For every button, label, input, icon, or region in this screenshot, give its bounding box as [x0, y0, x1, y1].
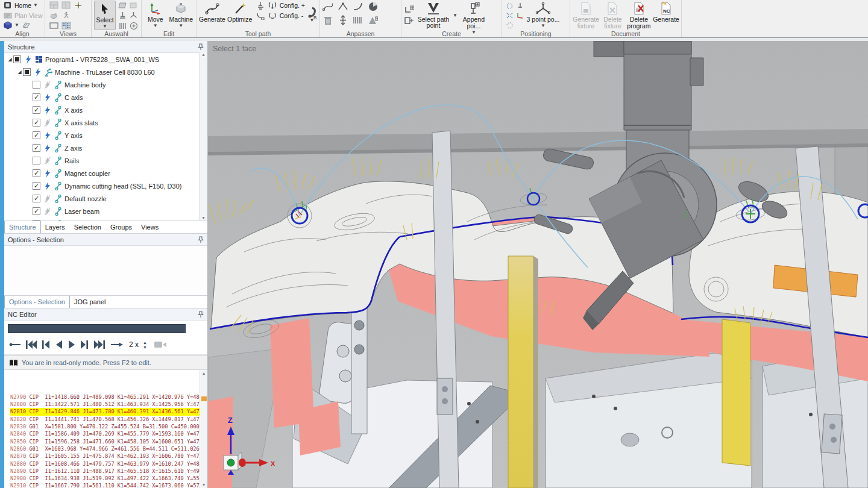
kinematics-active-icon[interactable] — [43, 131, 52, 140]
tab-selection[interactable]: Selection — [70, 221, 106, 233]
chevron-down-icon[interactable]: ▼ — [310, 19, 315, 22]
config-minus-button[interactable]: Config. - — [280, 12, 304, 19]
move-button[interactable]: Move ▼ — [144, 1, 167, 30]
edit-curve-icon[interactable] — [322, 2, 333, 11]
zoom-window-icon[interactable] — [49, 21, 59, 30]
nc-line[interactable]: N2900 CIP I1=1634.938 J1=519.092 K1=497.… — [10, 475, 207, 482]
tree-item-label[interactable]: Table — [64, 221, 80, 221]
sheet-view-icon[interactable] — [21, 21, 31, 30]
record-video-button[interactable] — [154, 337, 167, 352]
align-handles-icon[interactable] — [505, 1, 515, 10]
tree-item[interactable]: ✓Z axis — [4, 142, 207, 154]
tree-item[interactable]: ◢Program1 - VR75228__SWA_001_WS — [4, 53, 207, 66]
nc-line[interactable]: N2890 CIP I1=1612.110 J1=488.917 K1=465.… — [10, 468, 207, 475]
kinematics-active-icon[interactable] — [43, 220, 52, 221]
select-body-icon[interactable] — [128, 1, 139, 10]
tab-groups[interactable]: Groups — [106, 221, 137, 233]
nc-line[interactable]: N2850 CIP I1=1596.258 J1=471.660 K1=458.… — [10, 438, 207, 445]
kinematics-active-icon[interactable] — [43, 207, 52, 216]
viewport-3d[interactable]: Z x Select 1 face — [208, 41, 868, 488]
align-pin-icon[interactable] — [515, 1, 525, 10]
select-axis-icon[interactable] — [128, 11, 139, 20]
height-adjust-icon[interactable] — [338, 16, 348, 25]
visibility-checkbox[interactable]: ✓ — [33, 93, 40, 101]
arc-icon[interactable] — [353, 2, 363, 11]
kinematics-active-icon[interactable] — [43, 195, 52, 203]
clamp-plus-icon[interactable] — [268, 1, 278, 10]
pin-icon[interactable] — [198, 311, 204, 318]
machine-button[interactable]: Machine ▼ — [169, 1, 193, 30]
views-table-icon[interactable] — [61, 21, 71, 30]
visibility-checkbox[interactable]: ✓ — [33, 220, 40, 221]
tree-item-label[interactable]: Program1 - VR75228__SWA_001_WS — [45, 56, 159, 63]
tree-item-label[interactable]: Rails — [64, 157, 79, 164]
select-face-icon[interactable] — [118, 1, 128, 10]
generate-fixture-button[interactable]: Generate fixture — [573, 1, 599, 30]
slats-icon[interactable] — [353, 16, 363, 25]
play-forward-button[interactable] — [68, 337, 76, 352]
tree-item-label[interactable]: Z axis — [64, 145, 82, 152]
kinematics-active-icon[interactable] — [24, 55, 33, 64]
nc-line[interactable]: N2790 CIP I1=1418.660 J1=489.098 K1=465.… — [10, 393, 207, 401]
visibility-checkbox[interactable]: ✓ — [33, 182, 40, 190]
nc-line[interactable]: N2870 CIP I1=1605.155 J1=475.874 K1=462.… — [10, 452, 207, 460]
tree-item-label[interactable]: Default nozzle — [64, 195, 107, 202]
visibility-checkbox[interactable] — [33, 81, 40, 89]
nc-line[interactable]: N2910 CIP I1=1667.790 J1=561.110 K1=544.… — [10, 482, 207, 488]
tree-item-label[interactable]: Laser beam — [64, 208, 99, 215]
step-forward-button[interactable] — [80, 337, 89, 352]
nc-line[interactable]: N2860 G01 X=1603.968 Y=474.966 Z=461.556… — [10, 445, 207, 452]
generate-nc-button[interactable]: NC Generate — [653, 1, 679, 30]
clamp-minus-icon[interactable] — [268, 11, 278, 20]
tree-item[interactable]: ✓Default nozzle — [4, 192, 207, 205]
tree-item[interactable]: ✓X axis slats — [4, 116, 207, 129]
nc-line[interactable]: N2840 CIP I1=1586.409 J1=470.269 K1=455.… — [10, 430, 207, 437]
visibility-checkbox[interactable] — [23, 68, 31, 76]
scroll-down-icon[interactable]: ▼ — [201, 216, 206, 220]
pie-icon[interactable] — [368, 2, 378, 11]
tree-item[interactable]: ✓X axis — [4, 104, 207, 116]
tab-layers[interactable]: Layers — [41, 221, 70, 233]
tree-item-label[interactable]: C axis — [64, 94, 83, 101]
tree-item-label[interactable]: X axis slats — [64, 119, 98, 127]
cone-add-icon[interactable] — [368, 16, 378, 25]
plan-view-button[interactable]: Plan View — [2, 11, 43, 20]
visibility-checkbox[interactable]: ✓ — [33, 131, 40, 139]
speed-stepper[interactable]: ▲▼ — [143, 340, 147, 349]
view-layout1-icon[interactable] — [49, 1, 59, 10]
chevron-down-icon[interactable]: ▼ — [14, 23, 19, 27]
tree-item[interactable]: ◢Machine - TruLaser Cell 8030 L60 — [4, 66, 207, 78]
tree-item[interactable]: ✓Y axis — [4, 129, 207, 142]
tree-item[interactable]: ✓Table — [4, 217, 207, 221]
skip-backward-button[interactable] — [25, 337, 37, 352]
tab-jog-panel[interactable]: JOG panel — [70, 296, 111, 308]
tree-item[interactable]: ✓Laser beam — [4, 205, 207, 217]
visibility-checkbox[interactable]: ✓ — [33, 106, 40, 114]
visibility-checkbox[interactable]: ✓ — [33, 119, 40, 127]
kinematics-active-icon[interactable] — [43, 81, 52, 89]
nc-code-listing[interactable]: ▲▼ N2790 CIP I1=1418.660 J1=489.098 K1=4… — [4, 370, 207, 488]
kinematics-active-icon[interactable] — [43, 157, 52, 165]
tree-item-label[interactable]: Machine body — [64, 81, 106, 89]
tree-item[interactable]: ✓Magnet coupler — [4, 167, 207, 180]
kinematics-active-icon[interactable] — [43, 169, 52, 178]
skip-forward-button[interactable] — [93, 337, 106, 352]
expander-expanded-icon[interactable]: ◢ — [16, 69, 23, 75]
delete-fixture-button[interactable]: Delete fixture — [601, 1, 624, 30]
tree-item-label[interactable]: Magnet coupler — [64, 170, 110, 177]
axis-mini-icon[interactable] — [515, 11, 525, 20]
visibility-checkbox[interactable] — [13, 55, 21, 63]
nc-line[interactable]: N2830 G01 X=1581.800 Y=470.122 Z=455.524… — [10, 423, 207, 430]
tab-structure[interactable]: Structure — [4, 221, 41, 233]
visibility-checkbox[interactable]: ✓ — [33, 169, 40, 177]
pan-hand-icon[interactable] — [49, 11, 59, 20]
visibility-checkbox[interactable] — [33, 157, 40, 164]
visibility-checkbox[interactable]: ✓ — [33, 207, 40, 215]
tree-item[interactable]: ✓Dynamic cutting head (SSL, F150, D30) — [4, 180, 207, 192]
home-button[interactable]: Home▼ — [2, 1, 43, 10]
tree-item[interactable]: Machine body — [4, 78, 207, 91]
pin-icon[interactable] — [198, 43, 204, 51]
nc-scrollbar[interactable]: ▲▼ — [200, 370, 207, 488]
play-backward-button[interactable] — [55, 337, 63, 352]
tree-scrollbar[interactable]: ▲ ▼ — [199, 52, 207, 220]
